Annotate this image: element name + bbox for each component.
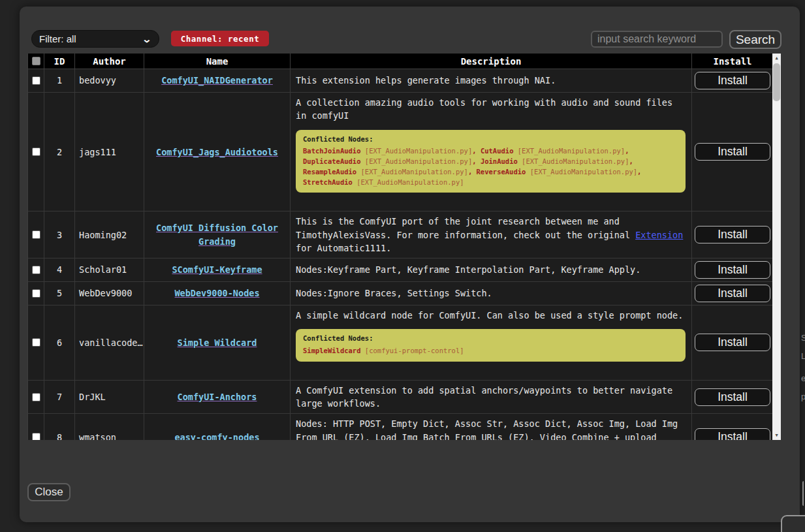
row-description: Nodes:Keyframe Part, Keyframe Interpolat… [291,258,692,282]
search-input[interactable] [591,31,723,48]
row-author: Scholar01 [75,258,144,282]
row-checkbox-cell [28,414,44,440]
scrollbar-thumb[interactable] [773,63,780,101]
row-description: This is the ComfyUI port of the joint re… [291,211,692,258]
description-text: A simple wildcard node for ComfyUI. Can … [296,309,686,322]
header-author: Author [75,54,144,69]
row-install-cell: Install [692,93,773,211]
row-install-cell: Install [692,414,773,440]
row-id: 6 [44,305,75,381]
extension-name-link[interactable]: ComfyUI_NAIDGenerator [161,74,273,87]
row-checkbox[interactable] [32,148,40,156]
extension-name-link[interactable]: WebDev9000-Nodes [174,287,259,300]
row-checkbox[interactable] [32,289,40,298]
description-text: Nodes:Ignore Braces, Settings Switch. [296,287,686,300]
background-edge-glyph: e [801,373,805,383]
header-checkbox-cell [28,54,44,69]
extension-name-link[interactable]: Simple Wildcard [178,336,257,349]
conflicted-nodes-title: Conflicted Nodes: [303,334,678,344]
row-name-cell: ComfyUI-Anchors [144,381,291,415]
row-name-cell: ComfyUI_Jags_Audiotools [144,93,291,211]
background-partial-button [781,515,805,532]
install-button[interactable]: Install [695,285,770,302]
row-id: 2 [44,93,75,211]
row-author: bedovyy [75,69,144,93]
custom-nodes-manager-dialog: Filter: all ⌄ Channel: recent Search ID … [20,7,800,522]
row-description: A collection amazing audio tools for wor… [291,93,692,211]
row-author: jags111 [75,93,144,211]
row-checkbox-cell [28,69,44,93]
row-checkbox[interactable] [32,393,40,401]
extension-name-link[interactable]: ComfyUI-Anchors [178,390,257,403]
description-text: This extension helps generate images thr… [296,74,686,87]
custom-nodes-table: ID Author Name Description Install 1 bed… [27,54,781,440]
row-checkbox[interactable] [32,76,40,85]
row-install-cell: Install [692,69,773,93]
row-checkbox-cell [28,381,44,415]
table-scrollbar[interactable]: ▲ ▼ [772,54,781,440]
row-name-cell: easy-comfy-nodes [144,414,291,440]
description-text: A collection amazing audio tools for wor… [296,96,686,123]
header-id: ID [44,54,75,69]
extension-name-link[interactable]: ComfyUI_Jags_Audiotools [156,146,278,159]
row-author: Haoming02 [75,211,144,258]
description-link[interactable]: Extension [635,230,683,240]
scroll-down-icon[interactable]: ▼ [772,431,781,440]
row-author: DrJKL [75,381,144,415]
conflicted-nodes-box: Conflicted Nodes:SimpleWildcard [comfyui… [296,329,686,362]
row-checkbox-cell [28,258,44,282]
row-name-cell: Simple Wildcard [144,305,291,381]
install-button[interactable]: Install [695,428,770,440]
row-checkbox[interactable] [32,266,40,274]
row-description: A simple wildcard node for ComfyUI. Can … [291,305,692,381]
row-install-cell: Install [692,305,773,381]
select-all-checkbox[interactable] [32,57,40,65]
row-id: 4 [44,258,75,282]
description-text: A ComfyUI extension to add spatial ancho… [296,384,686,411]
row-name-cell: WebDev9000-Nodes [144,282,291,305]
install-button[interactable]: Install [695,72,770,89]
background-edge-glyph: L [801,351,805,361]
extension-name-link[interactable]: ComfyUI Diffusion Color Grading [147,221,287,248]
row-checkbox[interactable] [32,338,40,347]
row-description: Nodes:Ignore Braces, Settings Switch. [291,282,692,305]
row-name-cell: SComfyUI-Keyframe [144,258,291,282]
background-edge-glyph: p [801,392,805,401]
header-description: Description [291,54,692,69]
row-author: WebDev9000 [75,282,144,305]
filter-dropdown-value: Filter: all [39,33,76,44]
scroll-up-icon[interactable]: ▲ [772,54,781,63]
install-button[interactable]: Install [695,388,770,406]
install-button[interactable]: Install [695,261,770,279]
row-install-cell: Install [692,258,773,282]
conflicted-nodes-list: SimpleWildcard [comfyui-prompt-control] [303,346,678,356]
row-name-cell: ComfyUI_NAIDGenerator [144,69,291,93]
row-install-cell: Install [692,211,773,258]
description-text: This is the ComfyUI port of the joint re… [296,215,686,255]
background-window-fragment [802,481,805,506]
row-author: wmatson [75,414,144,440]
row-id: 7 [44,381,75,415]
row-name-cell: ComfyUI Diffusion Color Grading [144,211,291,258]
header-install: Install [692,54,773,69]
install-button[interactable]: Install [695,334,770,351]
chevron-down-icon: ⌄ [142,36,152,42]
channel-badge[interactable]: Channel: recent [171,31,269,46]
search-button[interactable]: Search [729,30,781,49]
row-checkbox[interactable] [32,433,40,440]
close-button[interactable]: Close [27,483,71,501]
row-author: vanillacode… [75,305,144,381]
install-button[interactable]: Install [695,226,770,243]
row-id: 5 [44,282,75,305]
install-button[interactable]: Install [695,143,770,161]
row-description: A ComfyUI extension to add spatial ancho… [291,381,692,415]
extension-name-link[interactable]: easy-comfy-nodes [174,431,259,441]
row-checkbox[interactable] [32,230,40,239]
row-checkbox-cell [28,93,44,211]
conflicted-nodes-list: BatchJoinAudio [EXT_AudioManipulation.py… [303,146,678,187]
row-description: Nodes: HTTP POST, Empty Dict, Assoc Str,… [291,414,692,440]
conflicted-nodes-title: Conflicted Nodes: [303,134,678,145]
filter-dropdown[interactable]: Filter: all ⌄ [31,30,159,48]
extension-name-link[interactable]: SComfyUI-Keyframe [172,263,262,276]
background-edge-glyph: S [801,333,805,343]
